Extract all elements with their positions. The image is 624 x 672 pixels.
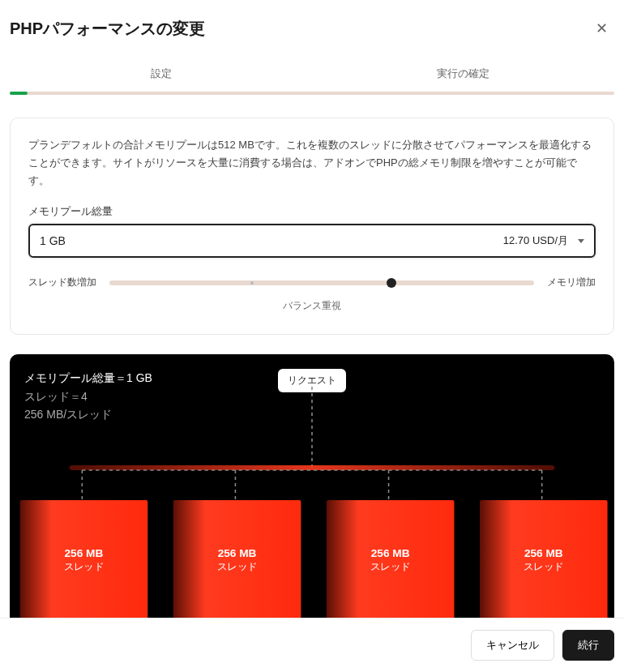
viz-svg: 256 MB スレッド 256 MB スレッド 256 MB スレッド 256 … (10, 387, 614, 649)
slider-label-memory: メモリ増加 (547, 276, 596, 289)
thread-box (480, 500, 608, 620)
thread-label: スレッド (524, 562, 563, 573)
thread-size: 256 MB (524, 548, 563, 560)
thread-size: 256 MB (218, 548, 257, 560)
memory-pool-value: 1 GB (40, 234, 66, 247)
memory-pool-label: メモリプール総量 (28, 204, 596, 219)
settings-description: プランデフォルトの合計メモリプールは512 MBです。これを複数のスレッドに分散… (28, 136, 596, 190)
modal-footer: キャンセル 続行 (0, 618, 624, 672)
slider-thumb[interactable] (387, 278, 396, 288)
continue-button[interactable]: 続行 (562, 630, 614, 661)
slider-tick (250, 281, 254, 285)
progress-fill (10, 92, 28, 95)
viz-pool-line: メモリプール総量＝1 GB (24, 369, 152, 387)
slider-caption: バランス重視 (28, 299, 596, 313)
tab-confirm[interactable]: 実行の確定 (312, 57, 614, 91)
tab-settings[interactable]: 設定 (10, 57, 312, 91)
thread-visualization: メモリプール総量＝1 GB スレッド＝4 256 MB/スレッド リクエスト (10, 354, 614, 649)
thread-label: スレッド (64, 562, 104, 573)
modal-title: PHPパフォーマンスの変更 (10, 18, 205, 40)
memory-pool-price: 12.70 USD/月 (503, 233, 568, 248)
close-button[interactable]: ✕ (589, 16, 614, 41)
step-tabs: 設定 実行の確定 (10, 57, 614, 92)
settings-card: プランデフォルトの合計メモリプールは512 MBです。これを複数のスレッドに分散… (10, 118, 614, 335)
balance-slider[interactable] (109, 280, 534, 285)
progress-track (10, 92, 614, 95)
slider-track (109, 280, 534, 285)
balance-slider-row: スレッド数増加 メモリ増加 (28, 276, 596, 289)
modal-header: PHPパフォーマンスの変更 ✕ (0, 0, 624, 57)
chevron-down-icon (578, 239, 584, 243)
cancel-button[interactable]: キャンセル (471, 630, 554, 661)
memory-pool-select[interactable]: 1 GB 12.70 USD/月 (28, 224, 596, 258)
thread-box (20, 500, 148, 620)
close-icon: ✕ (596, 20, 608, 36)
thread-box (173, 500, 301, 620)
thread-box (327, 500, 455, 620)
slider-label-threads: スレッド数増加 (28, 276, 96, 289)
thread-label: スレッド (370, 562, 410, 573)
thread-size: 256 MB (371, 548, 410, 560)
svg-rect-1 (70, 465, 555, 470)
thread-size: 256 MB (65, 548, 104, 560)
memory-pool-price-wrap: 12.70 USD/月 (503, 233, 584, 248)
thread-label: スレッド (217, 562, 257, 573)
